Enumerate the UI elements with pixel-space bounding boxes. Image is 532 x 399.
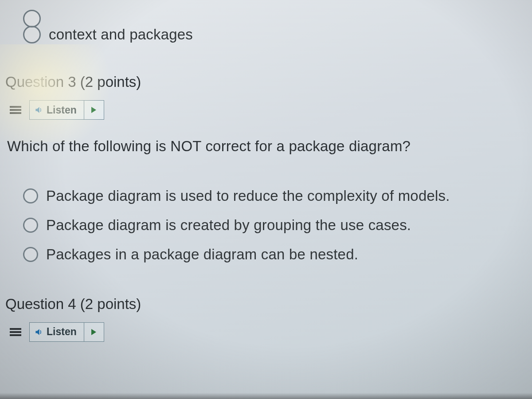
listen-label: Listen [47,104,77,116]
radio-button[interactable] [23,26,41,43]
option-label: Packages in a package diagram can be nes… [46,246,358,263]
option-label: Package diagram is used to reduce the co… [46,188,450,204]
listen-play-button[interactable] [84,323,104,341]
question-number: 4 [68,296,76,312]
question-4-header: Question 4 (2 points) [4,296,528,313]
question-points: (2 points) [80,296,141,312]
listen-box: Listen [29,322,104,342]
listen-toolbar: Listen [5,100,528,120]
question-number: 3 [68,74,76,90]
option-row[interactable]: Package diagram is used to reduce the co… [23,181,528,211]
listen-button[interactable]: Listen [30,101,84,119]
radio-button[interactable] [23,247,38,262]
previous-question-radio-partial[interactable] [23,10,41,27]
question-4-block: Question 4 (2 points) Listen [4,296,528,342]
speaker-icon [34,106,43,114]
prev-question-option-label: context and packages [49,26,193,43]
hamburger-icon [10,328,21,336]
option-label: Package diagram is created by grouping t… [46,217,411,234]
listen-play-button[interactable] [84,101,104,119]
listen-box: Listen [29,100,104,120]
listen-toolbar: Listen [5,322,528,342]
radio-button[interactable] [23,188,38,203]
play-icon [91,107,96,113]
listen-label: Listen [47,326,77,338]
listen-menu-button[interactable] [5,322,26,342]
question-prefix: Question [5,296,64,312]
question-3-block: Question 3 (2 points) Listen [4,74,528,269]
question-prefix: Question [5,74,64,90]
option-row[interactable]: Packages in a package diagram can be nes… [23,240,528,269]
speaker-icon [34,328,43,336]
quiz-page: context and packages Question 3 (2 point… [0,21,532,399]
question-points: (2 points) [80,74,141,90]
question-3-prompt: Which of the following is NOT correct fo… [7,137,528,156]
listen-menu-button[interactable] [5,100,26,120]
option-row[interactable]: Package diagram is created by grouping t… [23,211,528,240]
question-3-header: Question 3 (2 points) [4,74,528,90]
question-3-options: Package diagram is used to reduce the co… [4,181,528,269]
prev-question-option-row[interactable]: context and packages [23,21,528,48]
play-icon [91,329,96,335]
hamburger-icon [10,106,21,114]
radio-button[interactable] [23,218,38,233]
listen-button[interactable]: Listen [30,323,84,341]
